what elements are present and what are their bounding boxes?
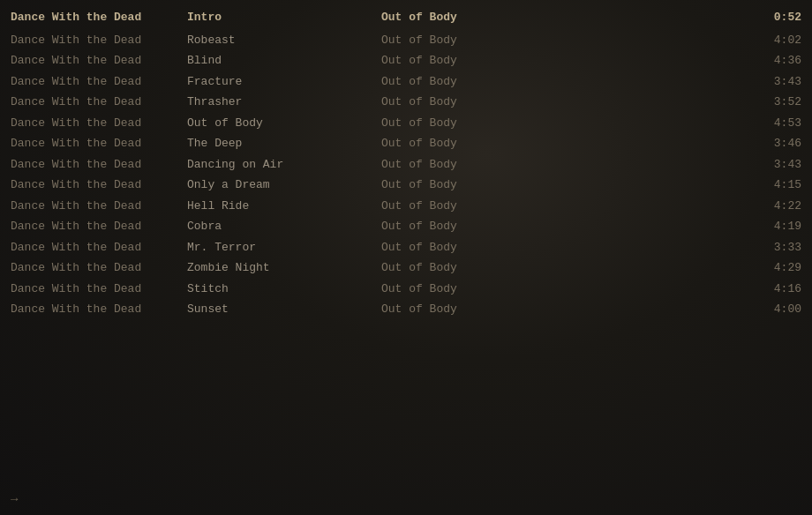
table-row[interactable]: Dance With the DeadThrasherOut of Body3:… [0, 92, 812, 113]
table-row[interactable]: Dance With the DeadOnly a DreamOut of Bo… [0, 175, 812, 196]
track-duration: 3:52 [748, 93, 801, 111]
track-artist: Dance With the Dead [11, 280, 187, 298]
track-album: Out of Body [381, 239, 748, 257]
track-album: Out of Body [381, 301, 748, 318]
track-title: Only a Dream [187, 176, 381, 194]
table-row[interactable]: Dance With the DeadHell RideOut of Body4… [0, 196, 812, 217]
track-album: Out of Body [381, 156, 748, 174]
track-artist: Dance With the Dead [11, 218, 187, 235]
table-row[interactable]: Dance With the DeadOut of BodyOut of Bod… [0, 113, 812, 134]
header-title: Intro [187, 9, 381, 26]
track-album: Out of Body [381, 198, 748, 215]
table-row[interactable]: Dance With the DeadMr. TerrorOut of Body… [0, 237, 812, 258]
track-artist: Dance With the Dead [11, 93, 187, 111]
track-title: Out of Body [187, 115, 381, 132]
header-artist: Dance With the Dead [11, 9, 187, 26]
track-duration: 4:36 [748, 52, 801, 70]
track-duration: 3:46 [748, 135, 801, 153]
track-album: Out of Body [381, 280, 748, 298]
track-artist: Dance With the Dead [11, 32, 187, 49]
track-artist: Dance With the Dead [11, 52, 187, 70]
track-album: Out of Body [381, 135, 748, 153]
track-duration: 4:16 [748, 280, 801, 298]
table-row[interactable]: Dance With the DeadStitchOut of Body4:16 [0, 279, 812, 300]
track-title: Fracture [187, 73, 381, 91]
table-row[interactable]: Dance With the DeadThe DeepOut of Body3:… [0, 133, 812, 154]
track-list-header: Dance With the Dead Intro Out of Body 0:… [0, 7, 812, 28]
track-artist: Dance With the Dead [11, 259, 187, 277]
track-artist: Dance With the Dead [11, 198, 187, 215]
track-duration: 4:29 [748, 259, 801, 277]
track-artist: Dance With the Dead [11, 156, 187, 174]
track-duration: 3:43 [748, 156, 801, 174]
track-album: Out of Body [381, 176, 748, 194]
track-duration: 4:00 [748, 301, 801, 318]
table-row[interactable]: Dance With the DeadDancing on AirOut of … [0, 154, 812, 175]
track-title: Mr. Terror [187, 239, 381, 257]
track-title: Thrasher [187, 93, 381, 111]
track-album: Out of Body [381, 73, 748, 91]
table-row[interactable]: Dance With the DeadSunsetOut of Body4:00 [0, 299, 812, 320]
track-artist: Dance With the Dead [11, 176, 187, 194]
track-duration: 3:43 [748, 73, 801, 91]
track-title: Robeast [187, 32, 381, 49]
track-list: Dance With the Dead Intro Out of Body 0:… [0, 0, 812, 320]
table-row[interactable]: Dance With the DeadBlindOut of Body4:36 [0, 50, 812, 71]
track-title: The Deep [187, 135, 381, 153]
track-album: Out of Body [381, 93, 748, 111]
track-album: Out of Body [381, 218, 748, 235]
track-artist: Dance With the Dead [11, 115, 187, 132]
track-title: Zombie Night [187, 259, 381, 277]
track-duration: 4:19 [748, 218, 801, 235]
track-artist: Dance With the Dead [11, 135, 187, 153]
table-row[interactable]: Dance With the DeadFractureOut of Body3:… [0, 71, 812, 93]
track-title: Hell Ride [187, 198, 381, 215]
track-title: Stitch [187, 280, 381, 298]
table-row[interactable]: Dance With the DeadZombie NightOut of Bo… [0, 258, 812, 279]
track-title: Blind [187, 52, 381, 70]
track-artist: Dance With the Dead [11, 239, 187, 257]
track-duration: 4:15 [748, 176, 801, 194]
header-album: Out of Body [381, 9, 748, 26]
table-row[interactable]: Dance With the DeadRobeastOut of Body4:0… [0, 30, 812, 51]
track-album: Out of Body [381, 259, 748, 277]
track-title: Cobra [187, 218, 381, 235]
track-duration: 4:02 [748, 32, 801, 49]
track-duration: 4:53 [748, 115, 801, 132]
track-duration: 3:33 [748, 239, 801, 257]
track-album: Out of Body [381, 32, 748, 49]
track-artist: Dance With the Dead [11, 73, 187, 91]
track-duration: 4:22 [748, 198, 801, 215]
track-album: Out of Body [381, 52, 748, 70]
header-duration: 0:52 [748, 9, 801, 26]
track-title: Dancing on Air [187, 156, 381, 174]
bottom-arrow: → [11, 492, 18, 506]
track-artist: Dance With the Dead [11, 301, 187, 318]
track-album: Out of Body [381, 115, 748, 132]
table-row[interactable]: Dance With the DeadCobraOut of Body4:19 [0, 216, 812, 237]
track-title: Sunset [187, 301, 381, 318]
